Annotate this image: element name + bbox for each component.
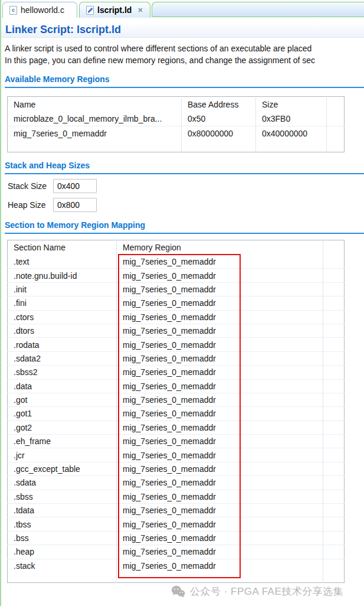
memory-region-cell[interactable]: mig_7series_0_memaddr bbox=[117, 255, 323, 269]
section-name-cell[interactable]: .heap bbox=[8, 545, 117, 559]
section-mapping-row[interactable]: .heap mig_7series_0_memaddr bbox=[8, 545, 345, 559]
section-name-cell[interactable]: .ctors bbox=[8, 310, 117, 324]
section-mapping-row[interactable]: .tdata mig_7series_0_memaddr bbox=[8, 504, 345, 517]
region-name-cell[interactable]: mig_7series_0_memaddr bbox=[8, 126, 182, 141]
section-name-cell[interactable]: .sdata2 bbox=[8, 351, 117, 365]
editor-left-border bbox=[0, 0, 1, 606]
memory-region-cell[interactable]: mig_7series_0_memaddr bbox=[117, 407, 323, 421]
section-name-cell[interactable]: .data bbox=[8, 379, 117, 393]
section-mapping-row[interactable]: .fini mig_7series_0_memaddr bbox=[8, 297, 345, 310]
section-name-cell[interactable]: .gcc_except_table bbox=[8, 462, 117, 475]
column-header-base-address[interactable]: Base Address bbox=[182, 97, 256, 112]
column-header-size[interactable]: Size bbox=[256, 97, 327, 112]
section-mapping-row[interactable]: .ctors mig_7series_0_memaddr bbox=[8, 310, 345, 324]
region-name-cell[interactable]: microblaze_0_local_memory_ilmb_bra... bbox=[8, 112, 182, 126]
section-mapping-row[interactable]: .data mig_7series_0_memaddr bbox=[8, 379, 345, 393]
section-mapping-row[interactable]: .sbss mig_7series_0_memaddr bbox=[8, 490, 345, 503]
memory-region-cell[interactable]: mig_7series_0_memaddr bbox=[117, 282, 323, 296]
region-size-cell[interactable]: 0x40000000 bbox=[256, 126, 327, 141]
memory-region-cell[interactable]: mig_7series_0_memaddr bbox=[117, 476, 323, 490]
section-mapping-row[interactable]: .stack mig_7series_0_memaddr bbox=[8, 559, 345, 572]
region-base-cell[interactable]: 0x50 bbox=[182, 112, 256, 126]
section-mapping-row[interactable]: .jcr mig_7series_0_memaddr bbox=[8, 448, 345, 462]
memory-region-cell[interactable]: mig_7series_0_memaddr bbox=[117, 421, 323, 434]
section-name-cell[interactable]: .note.gnu.build-id bbox=[8, 269, 117, 282]
memory-regions-header-row: Name Base Address Size bbox=[8, 97, 345, 112]
region-base-cell[interactable]: 0x80000000 bbox=[182, 126, 256, 141]
watermark-text: 公众号 · FPGA FAE技术分享选集 bbox=[190, 585, 343, 598]
section-mapping-row[interactable]: .gcc_except_table mig_7series_0_memaddr bbox=[8, 462, 345, 475]
memory-region-cell[interactable]: mig_7series_0_memaddr bbox=[117, 269, 323, 282]
memory-region-cell[interactable]: mig_7series_0_memaddr bbox=[117, 462, 323, 475]
section-name-cell[interactable]: .got1 bbox=[8, 407, 117, 421]
section-mapping-row[interactable]: .tbss mig_7series_0_memaddr bbox=[8, 517, 345, 531]
section-mapping-row[interactable]: .sdata2 mig_7series_0_memaddr bbox=[8, 351, 345, 365]
memory-region-cell[interactable]: mig_7series_0_memaddr bbox=[117, 351, 323, 365]
section-name-cell[interactable]: .sbss bbox=[8, 490, 117, 503]
heap-size-label: Heap Size bbox=[8, 200, 53, 210]
section-name-cell[interactable]: .tbss bbox=[8, 517, 117, 531]
memory-region-cell[interactable]: mig_7series_0_memaddr bbox=[117, 490, 323, 503]
heap-size-row: Heap Size bbox=[0, 198, 364, 212]
heading-stack-heap-sizes: Stack and Heap Sizes bbox=[0, 161, 364, 171]
memory-region-cell[interactable]: mig_7series_0_memaddr bbox=[117, 531, 323, 545]
section-name-cell[interactable]: .eh_frame bbox=[8, 435, 117, 448]
section-mapping-row[interactable]: .eh_frame mig_7series_0_memaddr bbox=[8, 435, 345, 448]
region-size-cell[interactable]: 0x3FB0 bbox=[256, 112, 327, 126]
memory-region-row[interactable]: microblaze_0_local_memory_ilmb_bra... 0x… bbox=[8, 112, 345, 126]
section-mapping-table: Section Name Memory Region .text mig_7se… bbox=[7, 240, 345, 583]
heap-size-input[interactable] bbox=[53, 198, 97, 212]
memory-region-row[interactable]: mig_7series_0_memaddr 0x80000000 0x40000… bbox=[8, 126, 345, 141]
stack-size-input[interactable] bbox=[53, 179, 97, 193]
tab-lscript-ld[interactable]: lscript.ld ✕ bbox=[79, 2, 150, 18]
section-name-cell[interactable]: .got2 bbox=[8, 421, 117, 434]
heading-rule bbox=[5, 173, 364, 174]
memory-region-cell[interactable]: mig_7series_0_memaddr bbox=[117, 366, 323, 379]
section-mapping-row[interactable]: .rodata mig_7series_0_memaddr bbox=[8, 338, 345, 351]
section-name-cell[interactable]: .got bbox=[8, 393, 117, 406]
section-mapping-row[interactable]: .got2 mig_7series_0_memaddr bbox=[8, 421, 345, 434]
section-mapping-row[interactable]: .sbss2 mig_7series_0_memaddr bbox=[8, 366, 345, 379]
memory-region-cell[interactable]: mig_7series_0_memaddr bbox=[117, 338, 323, 351]
memory-region-cell[interactable]: mig_7series_0_memaddr bbox=[117, 324, 323, 337]
section-name-cell[interactable]: .rodata bbox=[8, 338, 117, 351]
section-name-cell[interactable]: .dtors bbox=[8, 324, 117, 337]
section-mapping-row[interactable]: .bss mig_7series_0_memaddr bbox=[8, 531, 345, 545]
memory-region-cell[interactable]: mig_7series_0_memaddr bbox=[117, 393, 323, 406]
section-name-cell[interactable]: .fini bbox=[8, 297, 117, 310]
section-mapping-row[interactable]: .got mig_7series_0_memaddr bbox=[8, 393, 345, 406]
section-name-cell[interactable]: .sbss2 bbox=[8, 366, 117, 379]
section-name-cell[interactable]: .init bbox=[8, 282, 117, 296]
section-name-cell[interactable]: .tdata bbox=[8, 504, 117, 517]
memory-region-cell[interactable]: mig_7series_0_memaddr bbox=[117, 435, 323, 448]
section-mapping-row[interactable]: .got1 mig_7series_0_memaddr bbox=[8, 407, 345, 421]
stack-size-label: Stack Size bbox=[8, 181, 53, 191]
memory-region-cell[interactable]: mig_7series_0_memaddr bbox=[117, 559, 323, 572]
memory-region-cell[interactable]: mig_7series_0_memaddr bbox=[117, 448, 323, 462]
section-name-cell[interactable]: .text bbox=[8, 255, 117, 269]
column-header-name[interactable]: Name bbox=[8, 97, 182, 112]
column-header-memory-region[interactable]: Memory Region bbox=[117, 240, 323, 255]
memory-region-cell[interactable]: mig_7series_0_memaddr bbox=[117, 297, 323, 310]
memory-region-cell[interactable]: mig_7series_0_memaddr bbox=[117, 310, 323, 324]
memory-region-cell[interactable]: mig_7series_0_memaddr bbox=[117, 517, 323, 531]
close-tab-icon[interactable]: ✕ bbox=[137, 7, 143, 14]
section-mapping-row[interactable]: .init mig_7series_0_memaddr bbox=[8, 282, 345, 296]
section-name-cell[interactable]: .bss bbox=[8, 531, 117, 545]
section-name-cell[interactable]: .jcr bbox=[8, 448, 117, 462]
tab-helloworld-c[interactable]: c helloworld.c bbox=[2, 2, 77, 18]
heading-rule bbox=[5, 233, 364, 234]
section-mapping-row[interactable]: .dtors mig_7series_0_memaddr bbox=[8, 324, 345, 337]
memory-region-cell[interactable]: mig_7series_0_memaddr bbox=[117, 545, 323, 559]
memory-region-cell[interactable]: mig_7series_0_memaddr bbox=[117, 504, 323, 517]
memory-region-cell[interactable]: mig_7series_0_memaddr bbox=[117, 379, 323, 393]
section-name-cell[interactable]: .stack bbox=[8, 559, 117, 572]
section-mapping-row[interactable]: .note.gnu.build-id mig_7series_0_memaddr bbox=[8, 269, 345, 282]
section-mapping-row[interactable]: .text mig_7series_0_memaddr bbox=[8, 255, 345, 269]
tab-label: lscript.ld bbox=[97, 5, 132, 15]
description-line-2: In this page, you can define new memory … bbox=[5, 54, 364, 66]
section-mapping-row[interactable]: .sdata mig_7series_0_memaddr bbox=[8, 476, 345, 490]
tab-label: helloworld.c bbox=[21, 5, 64, 15]
section-name-cell[interactable]: .sdata bbox=[8, 476, 117, 490]
column-header-section-name[interactable]: Section Name bbox=[8, 240, 117, 255]
